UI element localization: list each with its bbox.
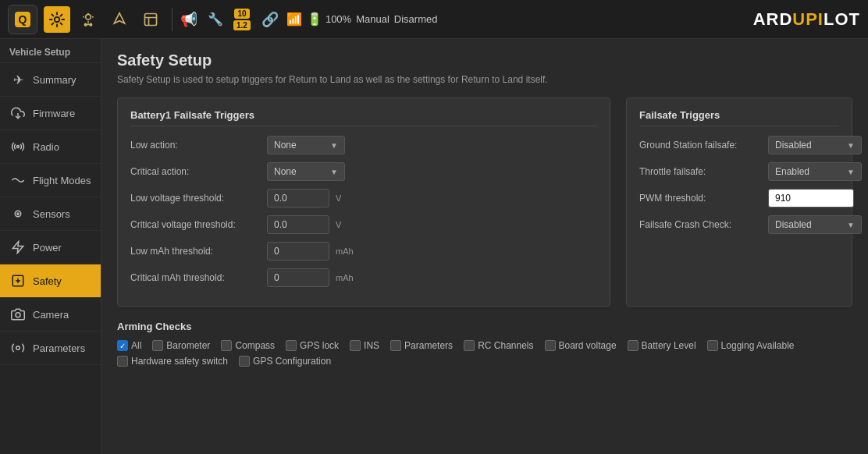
sidebar-item-label-radio: Radio xyxy=(33,141,59,153)
arming-title: Arming Checks xyxy=(117,321,852,332)
checkbox-board-voltage[interactable]: Board voltage xyxy=(545,340,617,351)
critical-action-dropdown[interactable]: None ▼ xyxy=(267,162,345,181)
checkbox-logging-available[interactable]: Logging Available xyxy=(707,340,795,351)
checkbox-rc-channels-box[interactable] xyxy=(464,340,475,351)
critical-mah-unit: mAh xyxy=(336,273,354,282)
throttle-value: Enabled xyxy=(775,166,809,177)
checkbox-parameters-box[interactable] xyxy=(390,340,401,351)
crash-check-dropdown[interactable]: Disabled ▼ xyxy=(768,215,862,234)
checkbox-gps-lock-box[interactable] xyxy=(286,340,297,351)
analyze-icon[interactable] xyxy=(137,6,164,33)
checkbox-compass-box[interactable] xyxy=(221,340,232,351)
sidebar-item-label-firmware: Firmware xyxy=(33,108,75,119)
sidebar-item-label-parameters: Parameters xyxy=(33,342,85,354)
battery-pct: 100% xyxy=(326,13,351,25)
flight-modes-icon xyxy=(9,172,27,189)
sidebar-item-label-summary: Summary xyxy=(33,74,76,86)
critical-action-control: None ▼ xyxy=(267,162,597,181)
checkbox-hardware-safety-switch-box[interactable] xyxy=(117,356,128,367)
badge-bot: 1.2 xyxy=(233,20,251,30)
fly-icon[interactable] xyxy=(106,6,133,33)
checkbox-battery-level[interactable]: Battery Level xyxy=(628,340,696,351)
critical-mah-input[interactable]: 0 xyxy=(267,268,329,287)
checkbox-gps-lock[interactable]: GPS lock xyxy=(286,340,339,351)
checkbox-barometer-box[interactable] xyxy=(152,340,163,351)
ground-station-arrow: ▼ xyxy=(847,141,855,150)
battery-failsafe-title: Battery1 Failsafe Triggers xyxy=(130,109,597,126)
throttle-row: Throttle failsafe: Enabled ▼ xyxy=(639,162,839,181)
sidebar-item-power[interactable]: Power xyxy=(0,231,101,264)
checkbox-ins-label: INS xyxy=(364,340,379,351)
page-title: Safety Setup xyxy=(117,51,852,69)
checkbox-rc-channels[interactable]: RC Channels xyxy=(464,340,533,351)
sidebar-header: Vehicle Setup xyxy=(0,39,101,63)
crash-check-value: Disabled xyxy=(775,219,812,230)
sensors-icon xyxy=(9,205,27,222)
notification-icon-group: 📢 xyxy=(180,11,197,28)
sidebar-item-parameters[interactable]: Parameters xyxy=(0,332,101,365)
low-mah-input[interactable]: 0 xyxy=(267,242,329,261)
checkbox-gps-configuration[interactable]: GPS Configuration xyxy=(239,356,331,367)
sidebar-item-sensors[interactable]: Sensors xyxy=(0,197,101,231)
low-action-dropdown[interactable]: None ▼ xyxy=(267,136,345,154)
sidebar-item-safety[interactable]: Safety xyxy=(0,264,101,298)
sidebar-item-firmware[interactable]: Firmware xyxy=(0,97,101,130)
checkbox-battery-level-box[interactable] xyxy=(628,340,639,351)
checkbox-barometer[interactable]: Barometer xyxy=(152,340,210,351)
q-logo-button[interactable]: Q xyxy=(8,5,37,34)
crash-check-arrow: ▼ xyxy=(847,221,855,229)
badge-group: 10 1.2 xyxy=(233,9,251,30)
checkbox-gps-configuration-box[interactable] xyxy=(239,356,250,367)
sidebar-item-label-sensors: Sensors xyxy=(33,208,70,220)
sidebar-item-camera[interactable]: Camera xyxy=(0,298,101,332)
megaphone-icon[interactable]: 📢 xyxy=(180,11,197,28)
checkbox-ins[interactable]: INS xyxy=(350,340,379,351)
sidebar-item-radio[interactable]: Radio xyxy=(0,130,101,164)
vehicle-setup-icon[interactable] xyxy=(44,6,70,33)
sidebar-item-summary[interactable]: ✈ Summary xyxy=(0,63,101,97)
critical-voltage-unit: V xyxy=(336,220,341,229)
svg-point-2 xyxy=(55,16,59,21)
checkbox-logging-available-box[interactable] xyxy=(707,340,718,351)
wrench-icon[interactable]: 🔧 xyxy=(202,6,229,33)
ground-station-dropdown[interactable]: Disabled ▼ xyxy=(768,136,862,154)
ardupilot-logo: ARDUPILOT xyxy=(753,9,860,30)
checkbox-board-voltage-box[interactable] xyxy=(545,340,556,351)
critical-action-value: None xyxy=(274,166,297,177)
checkbox-all-box[interactable] xyxy=(117,340,128,351)
low-voltage-input[interactable]: 0.0 xyxy=(267,189,329,207)
ground-station-row: Ground Station failsafe: Disabled ▼ xyxy=(639,136,839,154)
sidebar-item-flight-modes[interactable]: Flight Modes xyxy=(0,164,101,197)
checkbox-parameters[interactable]: Parameters xyxy=(390,340,453,351)
checkbox-all[interactable]: All xyxy=(117,340,141,351)
signal-bars-icon: 📶 xyxy=(286,12,302,27)
pwm-label: PWM threshold: xyxy=(639,193,768,204)
svg-point-4 xyxy=(84,23,87,25)
low-action-row: Low action: None ▼ xyxy=(130,136,597,154)
battery-failsafe-panel: Battery1 Failsafe Triggers Low action: N… xyxy=(117,98,610,307)
checkbox-hardware-safety-switch[interactable]: Hardware safety switch xyxy=(117,356,228,367)
throttle-dropdown[interactable]: Enabled ▼ xyxy=(768,162,862,181)
arming-section: Arming Checks All Barometer Compass xyxy=(117,321,852,367)
pwm-input[interactable]: 910 xyxy=(768,189,854,207)
radio-icon xyxy=(9,138,27,155)
low-voltage-label: Low voltage threshold: xyxy=(130,193,267,204)
sidebar-item-label-power: Power xyxy=(33,242,62,254)
checkbox-board-voltage-label: Board voltage xyxy=(559,340,617,351)
sidebar-item-label-safety: Safety xyxy=(33,275,62,287)
ground-station-label: Ground Station failsafe: xyxy=(639,140,768,151)
ground-station-control: Disabled ▼ xyxy=(768,136,862,154)
critical-voltage-input[interactable]: 0.0 xyxy=(267,215,329,234)
failsafe-title: Failsafe Triggers xyxy=(639,109,839,126)
page-description: Safety Setup is used to setup triggers f… xyxy=(117,74,852,85)
low-action-label: Low action: xyxy=(130,140,267,151)
power-icon xyxy=(9,239,27,256)
waypoint-icon[interactable] xyxy=(75,6,101,33)
checkbox-ins-box[interactable] xyxy=(350,340,361,351)
throttle-label: Throttle failsafe: xyxy=(639,166,768,177)
critical-voltage-label: Critical voltage threshold: xyxy=(130,219,267,230)
low-voltage-row: Low voltage threshold: 0.0 V xyxy=(130,189,597,207)
low-mah-control: 0 mAh xyxy=(267,242,597,261)
checkbox-compass[interactable]: Compass xyxy=(221,340,275,351)
checkbox-gps-lock-label: GPS lock xyxy=(300,340,339,351)
